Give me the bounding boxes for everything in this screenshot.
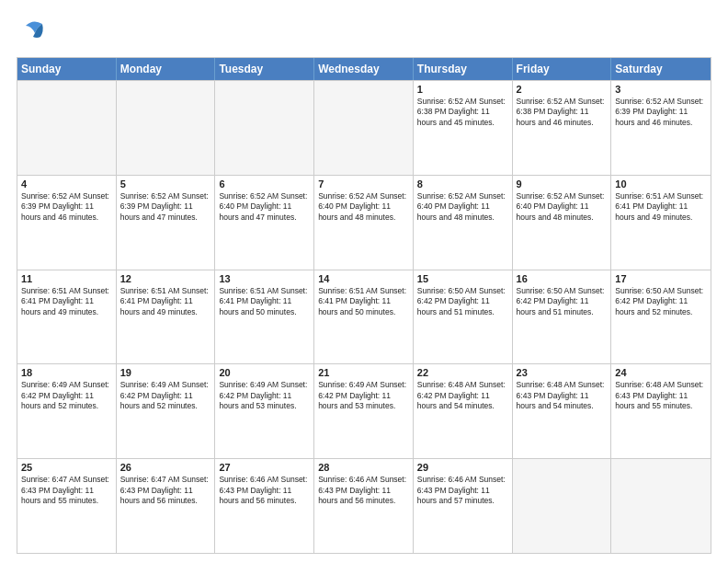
cal-cell <box>611 459 711 553</box>
day-number: 9 <box>517 178 608 190</box>
cal-cell <box>513 459 612 553</box>
day-number: 15 <box>417 273 508 284</box>
cal-header-friday: Friday <box>513 58 612 80</box>
calendar-body: 1Sunrise: 6:52 AM Sunset: 6:38 PM Daylig… <box>17 80 711 553</box>
cal-cell: 4Sunrise: 6:52 AM Sunset: 6:39 PM Daylig… <box>17 176 117 270</box>
day-number: 11 <box>21 273 112 284</box>
cal-cell: 11Sunrise: 6:51 AM Sunset: 6:41 PM Dayli… <box>17 270 117 364</box>
day-number: 13 <box>219 273 310 284</box>
day-info: Sunrise: 6:51 AM Sunset: 6:41 PM Dayligh… <box>615 191 707 223</box>
cal-header-wednesday: Wednesday <box>314 58 414 80</box>
day-number: 23 <box>517 367 608 378</box>
day-info: Sunrise: 6:52 AM Sunset: 6:40 PM Dayligh… <box>517 191 608 223</box>
day-number: 3 <box>615 84 707 95</box>
cal-cell: 5Sunrise: 6:52 AM Sunset: 6:39 PM Daylig… <box>117 176 216 270</box>
day-info: Sunrise: 6:52 AM Sunset: 6:39 PM Dayligh… <box>21 191 112 223</box>
cal-cell: 13Sunrise: 6:51 AM Sunset: 6:41 PM Dayli… <box>215 270 314 364</box>
cal-cell: 12Sunrise: 6:51 AM Sunset: 6:41 PM Dayli… <box>117 270 216 364</box>
cal-cell: 21Sunrise: 6:49 AM Sunset: 6:42 PM Dayli… <box>314 364 414 458</box>
day-number: 20 <box>219 367 310 378</box>
cal-cell: 7Sunrise: 6:52 AM Sunset: 6:40 PM Daylig… <box>314 176 414 270</box>
day-number: 27 <box>219 462 310 473</box>
page: SundayMondayTuesdayWednesdayThursdayFrid… <box>0 0 728 563</box>
calendar: SundayMondayTuesdayWednesdayThursdayFrid… <box>17 57 711 554</box>
day-number: 25 <box>21 462 112 473</box>
cal-cell: 1Sunrise: 6:52 AM Sunset: 6:38 PM Daylig… <box>414 81 513 175</box>
cal-cell: 22Sunrise: 6:48 AM Sunset: 6:42 PM Dayli… <box>414 364 513 458</box>
cal-cell: 8Sunrise: 6:52 AM Sunset: 6:40 PM Daylig… <box>414 176 513 270</box>
cal-cell: 18Sunrise: 6:49 AM Sunset: 6:42 PM Dayli… <box>17 364 117 458</box>
cal-cell: 14Sunrise: 6:51 AM Sunset: 6:41 PM Dayli… <box>314 270 414 364</box>
day-info: Sunrise: 6:48 AM Sunset: 6:43 PM Dayligh… <box>517 380 608 411</box>
cal-cell <box>117 81 216 175</box>
cal-cell <box>314 81 414 175</box>
cal-cell: 20Sunrise: 6:49 AM Sunset: 6:42 PM Dayli… <box>215 364 314 458</box>
cal-cell: 3Sunrise: 6:52 AM Sunset: 6:39 PM Daylig… <box>611 81 711 175</box>
header <box>17 17 711 50</box>
day-number: 16 <box>517 273 608 284</box>
day-info: Sunrise: 6:52 AM Sunset: 6:38 PM Dayligh… <box>417 97 508 128</box>
cal-header-saturday: Saturday <box>611 58 711 80</box>
cal-cell <box>215 81 314 175</box>
cal-cell: 15Sunrise: 6:50 AM Sunset: 6:42 PM Dayli… <box>414 270 513 364</box>
day-number: 7 <box>318 178 409 190</box>
day-number: 6 <box>219 178 310 190</box>
day-number: 14 <box>318 273 409 284</box>
cal-cell: 24Sunrise: 6:48 AM Sunset: 6:43 PM Dayli… <box>611 364 711 458</box>
logo-icon <box>17 17 50 50</box>
day-number: 21 <box>318 367 409 378</box>
cal-week-3: 11Sunrise: 6:51 AM Sunset: 6:41 PM Dayli… <box>17 270 711 364</box>
cal-cell: 25Sunrise: 6:47 AM Sunset: 6:43 PM Dayli… <box>17 459 117 553</box>
cal-header-sunday: Sunday <box>17 58 117 80</box>
day-info: Sunrise: 6:51 AM Sunset: 6:41 PM Dayligh… <box>120 286 211 317</box>
day-number: 22 <box>417 367 508 378</box>
day-info: Sunrise: 6:46 AM Sunset: 6:43 PM Dayligh… <box>219 475 310 506</box>
day-number: 4 <box>21 178 112 190</box>
cal-cell: 26Sunrise: 6:47 AM Sunset: 6:43 PM Dayli… <box>117 459 216 553</box>
day-info: Sunrise: 6:52 AM Sunset: 6:39 PM Dayligh… <box>615 97 707 128</box>
cal-header-monday: Monday <box>117 58 216 80</box>
day-number: 17 <box>615 273 707 284</box>
day-number: 8 <box>417 178 508 190</box>
day-info: Sunrise: 6:50 AM Sunset: 6:42 PM Dayligh… <box>517 286 608 317</box>
day-info: Sunrise: 6:52 AM Sunset: 6:40 PM Dayligh… <box>219 191 310 223</box>
cal-cell: 17Sunrise: 6:50 AM Sunset: 6:42 PM Dayli… <box>611 270 711 364</box>
day-number: 24 <box>615 367 707 378</box>
day-info: Sunrise: 6:48 AM Sunset: 6:42 PM Dayligh… <box>417 380 508 411</box>
day-info: Sunrise: 6:47 AM Sunset: 6:43 PM Dayligh… <box>120 475 211 506</box>
day-info: Sunrise: 6:51 AM Sunset: 6:41 PM Dayligh… <box>21 286 112 317</box>
day-info: Sunrise: 6:52 AM Sunset: 6:39 PM Dayligh… <box>120 191 211 223</box>
cal-week-5: 25Sunrise: 6:47 AM Sunset: 6:43 PM Dayli… <box>17 458 711 553</box>
day-number: 26 <box>120 462 211 473</box>
day-info: Sunrise: 6:52 AM Sunset: 6:40 PM Dayligh… <box>318 191 409 223</box>
day-info: Sunrise: 6:51 AM Sunset: 6:41 PM Dayligh… <box>318 286 409 317</box>
day-number: 28 <box>318 462 409 473</box>
day-number: 1 <box>417 84 508 95</box>
day-info: Sunrise: 6:49 AM Sunset: 6:42 PM Dayligh… <box>120 380 211 411</box>
cal-cell <box>17 81 117 175</box>
day-info: Sunrise: 6:52 AM Sunset: 6:40 PM Dayligh… <box>417 191 508 223</box>
day-info: Sunrise: 6:46 AM Sunset: 6:43 PM Dayligh… <box>318 475 409 506</box>
day-info: Sunrise: 6:50 AM Sunset: 6:42 PM Dayligh… <box>417 286 508 317</box>
calendar-header: SundayMondayTuesdayWednesdayThursdayFrid… <box>17 58 711 80</box>
cal-cell: 23Sunrise: 6:48 AM Sunset: 6:43 PM Dayli… <box>513 364 612 458</box>
day-number: 12 <box>120 273 211 284</box>
day-number: 18 <box>21 367 112 378</box>
logo <box>17 17 53 50</box>
cal-cell: 29Sunrise: 6:46 AM Sunset: 6:43 PM Dayli… <box>414 459 513 553</box>
day-info: Sunrise: 6:50 AM Sunset: 6:42 PM Dayligh… <box>615 286 707 317</box>
cal-cell: 9Sunrise: 6:52 AM Sunset: 6:40 PM Daylig… <box>513 176 612 270</box>
day-number: 2 <box>517 84 608 95</box>
cal-cell: 2Sunrise: 6:52 AM Sunset: 6:38 PM Daylig… <box>513 81 612 175</box>
cal-week-2: 4Sunrise: 6:52 AM Sunset: 6:39 PM Daylig… <box>17 175 711 270</box>
day-info: Sunrise: 6:47 AM Sunset: 6:43 PM Dayligh… <box>21 475 112 506</box>
day-info: Sunrise: 6:48 AM Sunset: 6:43 PM Dayligh… <box>615 380 707 411</box>
cal-cell: 28Sunrise: 6:46 AM Sunset: 6:43 PM Dayli… <box>314 459 414 553</box>
cal-week-1: 1Sunrise: 6:52 AM Sunset: 6:38 PM Daylig… <box>17 80 711 175</box>
day-info: Sunrise: 6:46 AM Sunset: 6:43 PM Dayligh… <box>417 475 508 506</box>
cal-cell: 27Sunrise: 6:46 AM Sunset: 6:43 PM Dayli… <box>215 459 314 553</box>
cal-week-4: 18Sunrise: 6:49 AM Sunset: 6:42 PM Dayli… <box>17 363 711 458</box>
day-info: Sunrise: 6:49 AM Sunset: 6:42 PM Dayligh… <box>21 380 112 411</box>
cal-header-thursday: Thursday <box>414 58 513 80</box>
cal-header-tuesday: Tuesday <box>215 58 314 80</box>
